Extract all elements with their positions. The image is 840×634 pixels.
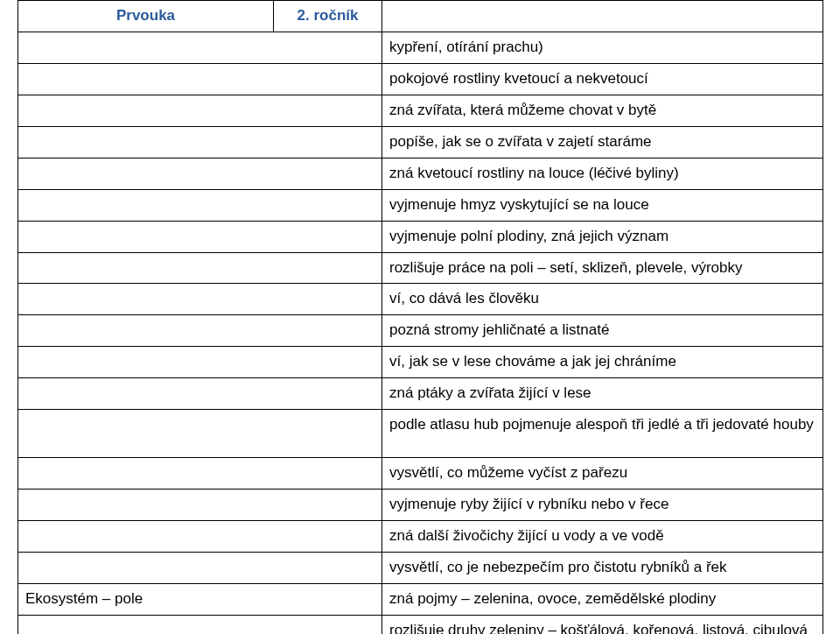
row-right-cell: zná další živočichy žijící u vody a ve v… bbox=[382, 521, 823, 553]
row-left-cell bbox=[18, 221, 382, 252]
row-left-cell bbox=[18, 347, 382, 378]
row-left-cell bbox=[18, 490, 382, 521]
row-left-cell bbox=[18, 315, 382, 347]
table-row: ví, co dává les člověku bbox=[18, 284, 823, 315]
row-right-cell: zná ptáky a zvířata žijící v lese bbox=[382, 378, 823, 410]
row-right-cell: zná zvířata, která můžeme chovat v bytě bbox=[382, 95, 823, 126]
table-row: zná kvetoucí rostliny na louce (léčivé b… bbox=[18, 158, 823, 189]
row-right-cell: zná kvetoucí rostliny na louce (léčivé b… bbox=[382, 158, 823, 189]
table-row: kypření, otírání prachu) bbox=[18, 32, 823, 63]
row-right-cell: ví, co dává les člověku bbox=[382, 284, 823, 315]
row-left-cell bbox=[18, 378, 382, 410]
table-row: vyjmenuje hmyz vyskytující se na louce bbox=[18, 189, 823, 221]
row-left-cell bbox=[18, 189, 382, 221]
row-right-cell: vyjmenuje hmyz vyskytující se na louce bbox=[382, 189, 823, 221]
row-left-cell bbox=[18, 252, 382, 284]
header-col-3 bbox=[382, 1, 823, 32]
row-left-cell bbox=[18, 63, 382, 95]
header-col-2: 2. ročník bbox=[274, 1, 382, 32]
row-right-cell: ví, jak se v lese chováme a jak jej chrá… bbox=[382, 347, 823, 378]
row-right-cell: vysvětlí, co můžeme vyčíst z pařezu bbox=[382, 458, 823, 490]
row-left-cell bbox=[18, 458, 382, 490]
table-row: vyjmenuje ryby žijící v rybníku nebo v ř… bbox=[18, 490, 823, 521]
row-left-cell bbox=[18, 410, 382, 458]
row-right-cell: kypření, otírání prachu) bbox=[382, 32, 823, 63]
table-row: podle atlasu hub pojmenuje alespoň tři j… bbox=[18, 410, 823, 458]
document-page: Prvouka2. ročníkkypření, otírání prachu)… bbox=[0, 0, 840, 634]
row-left-cell bbox=[18, 615, 382, 634]
header-col-1: Prvouka bbox=[18, 1, 274, 32]
row-right-cell: popíše, jak se o zvířata v zajetí starám… bbox=[382, 126, 823, 158]
table-row: Ekosystém – polezná pojmy – zelenina, ov… bbox=[18, 583, 823, 615]
table-header-row: Prvouka2. ročník bbox=[18, 1, 823, 32]
table-row: pokojové rostliny kvetoucí a nekvetoucí bbox=[18, 63, 823, 95]
table-row: ví, jak se v lese chováme a jak jej chrá… bbox=[18, 347, 823, 378]
curriculum-table: Prvouka2. ročníkkypření, otírání prachu)… bbox=[18, 0, 823, 634]
table-row: zná další živočichy žijící u vody a ve v… bbox=[18, 521, 823, 553]
row-left-cell bbox=[18, 32, 382, 63]
table-row: rozlišuje druhy zeleniny – košťálová, ko… bbox=[18, 615, 823, 634]
row-left-cell: Ekosystém – pole bbox=[18, 583, 382, 615]
row-right-cell: vyjmenuje ryby žijící v rybníku nebo v ř… bbox=[382, 490, 823, 521]
table-row: zná zvířata, která můžeme chovat v bytě bbox=[18, 95, 823, 126]
row-right-cell: rozlišuje práce na poli – setí, sklizeň,… bbox=[382, 252, 823, 284]
row-right-cell: zná pojmy – zelenina, ovoce, zemědělské … bbox=[382, 583, 823, 615]
row-right-cell: pokojové rostliny kvetoucí a nekvetoucí bbox=[382, 63, 823, 95]
row-left-cell bbox=[18, 95, 382, 126]
table-row: zná ptáky a zvířata žijící v lese bbox=[18, 378, 823, 410]
table-row: popíše, jak se o zvířata v zajetí starám… bbox=[18, 126, 823, 158]
table-row: vysvětlí, co je nebezpečím pro čistotu r… bbox=[18, 553, 823, 584]
row-left-cell bbox=[18, 553, 382, 584]
row-left-cell bbox=[18, 126, 382, 158]
row-right-cell: rozlišuje druhy zeleniny – košťálová, ko… bbox=[382, 615, 823, 634]
table-row: vysvětlí, co můžeme vyčíst z pařezu bbox=[18, 458, 823, 490]
row-left-cell bbox=[18, 284, 382, 315]
table-row: rozlišuje práce na poli – setí, sklizeň,… bbox=[18, 252, 823, 284]
row-right-cell: vyjmenuje polní plodiny, zná jejich význ… bbox=[382, 221, 823, 252]
row-left-cell bbox=[18, 158, 382, 189]
row-right-cell: pozná stromy jehličnaté a listnaté bbox=[382, 315, 823, 347]
row-left-cell bbox=[18, 521, 382, 553]
table-row: pozná stromy jehličnaté a listnaté bbox=[18, 315, 823, 347]
table-row: vyjmenuje polní plodiny, zná jejich význ… bbox=[18, 221, 823, 252]
row-right-cell: vysvětlí, co je nebezpečím pro čistotu r… bbox=[382, 553, 823, 584]
row-right-cell: podle atlasu hub pojmenuje alespoň tři j… bbox=[382, 410, 823, 458]
